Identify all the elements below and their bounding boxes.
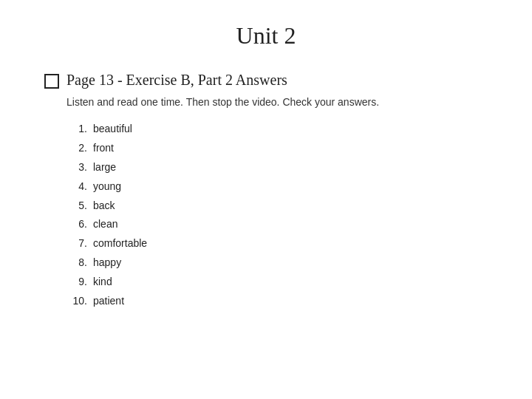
list-item: 5.back xyxy=(66,197,488,216)
list-answer-text: happy xyxy=(93,253,121,273)
list-number: 10. xyxy=(66,292,87,311)
section-title: Page 13 - Exercise B, Part 2 Answers xyxy=(66,72,287,89)
list-item: 1.beautiful xyxy=(66,120,488,139)
list-answer-text: clean xyxy=(93,215,117,234)
list-item: 9.kind xyxy=(66,273,488,292)
list-number: 8. xyxy=(66,253,87,273)
list-number: 5. xyxy=(66,197,87,216)
answers-ordered-list: 1.beautiful2.front3.large4.young5.back6.… xyxy=(66,120,488,311)
list-answer-text: kind xyxy=(93,273,112,292)
list-answer-text: comfortable xyxy=(93,234,147,253)
list-number: 7. xyxy=(66,234,87,253)
list-number: 1. xyxy=(66,120,87,139)
page-container: Unit 2 Page 13 - Exercise B, Part 2 Answ… xyxy=(0,0,532,399)
list-item: 6.clean xyxy=(66,215,488,234)
list-number: 9. xyxy=(66,273,87,292)
list-number: 2. xyxy=(66,139,87,158)
list-answer-text: beautiful xyxy=(93,120,132,139)
list-answer-text: young xyxy=(93,177,121,197)
page-title: Unit 2 xyxy=(44,22,488,50)
list-number: 4. xyxy=(66,177,87,197)
list-item: 10.patient xyxy=(66,292,488,311)
section-header: Page 13 - Exercise B, Part 2 Answers xyxy=(44,72,488,89)
list-item: 4.young xyxy=(66,177,488,197)
list-item: 3.large xyxy=(66,158,488,177)
list-answer-text: large xyxy=(93,158,116,177)
checkbox-icon xyxy=(44,74,59,89)
list-item: 8.happy xyxy=(66,253,488,273)
list-item: 2.front xyxy=(66,139,488,158)
list-number: 3. xyxy=(66,158,87,177)
list-number: 6. xyxy=(66,215,87,234)
list-answer-text: back xyxy=(93,197,115,216)
answer-list: 1.beautiful2.front3.large4.young5.back6.… xyxy=(66,120,488,311)
list-answer-text: patient xyxy=(93,292,124,311)
list-item: 7.comfortable xyxy=(66,234,488,253)
instruction-text: Listen and read one time. Then stop the … xyxy=(66,96,488,108)
list-answer-text: front xyxy=(93,139,114,158)
